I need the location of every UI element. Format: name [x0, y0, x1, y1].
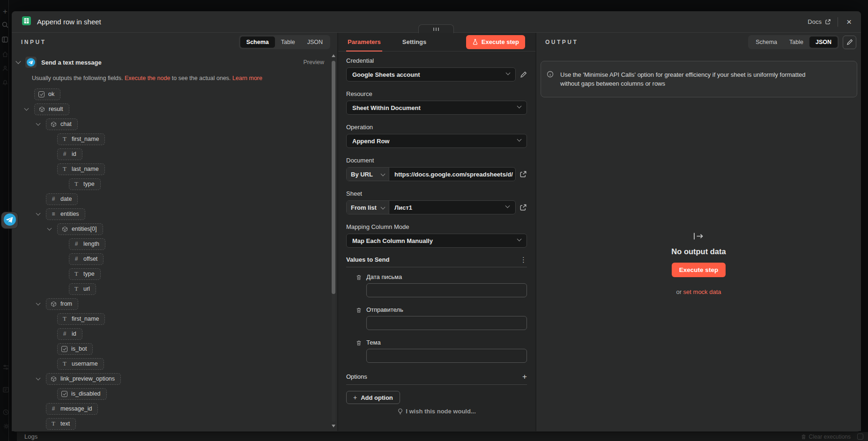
schema-field: Ttype: [12, 266, 337, 281]
section-divider: [346, 384, 527, 385]
edit-output-button[interactable]: [843, 36, 856, 49]
tab-parameters[interactable]: Parameters: [346, 33, 382, 51]
credential-label: Credential: [346, 57, 527, 64]
source-node-label: Send a text message: [41, 59, 102, 66]
tab-schema[interactable]: Schema: [749, 37, 783, 48]
chevron-down-icon: [517, 104, 522, 109]
schema-pill-ok[interactable]: ok: [34, 88, 60, 100]
value-input[interactable]: [366, 316, 527, 330]
search-icon[interactable]: [2, 22, 8, 28]
bell-icon[interactable]: [2, 80, 8, 85]
schema-field: chat: [12, 117, 337, 132]
flask-icon: [472, 39, 478, 45]
resource-select[interactable]: Sheet Within Document: [346, 101, 527, 115]
schema-tree: ok result chat Tfirst_name #id Tlast_nam…: [12, 87, 337, 431]
scroll-down-arrow[interactable]: [332, 425, 335, 427]
tab-table[interactable]: Table: [275, 37, 301, 48]
collapse-toggle[interactable]: [48, 228, 57, 230]
edit-credential-button[interactable]: [520, 71, 527, 78]
credential-select[interactable]: Google Sheets account: [346, 67, 516, 81]
panel-drag-handle[interactable]: [418, 24, 454, 33]
schema-field: Tlast_name: [12, 162, 337, 176]
close-icon[interactable]: ×: [845, 16, 853, 27]
mapping-mode-select[interactable]: Map Each Column Manually: [346, 234, 527, 248]
add-node-icon[interactable]: +: [3, 7, 7, 15]
collapse-toggle[interactable]: [25, 109, 34, 110]
collapse-toggle[interactable]: [37, 303, 46, 305]
users-icon[interactable]: [2, 66, 8, 71]
schema-field: ok: [12, 87, 337, 102]
scrollbar-thumb[interactable]: [332, 61, 335, 294]
source-node-row[interactable]: Send a text message Preview: [16, 56, 324, 68]
document-url-input[interactable]: https://docs.google.com/spreadsheets/d/: [389, 168, 515, 181]
schema-pill-result[interactable]: result: [34, 103, 69, 115]
logs-label: Logs: [24, 433, 37, 440]
value-label: Тема: [366, 339, 527, 346]
output-arrow-icon: [693, 232, 704, 242]
external-link-icon: [519, 170, 527, 178]
trash-icon: [356, 274, 362, 280]
schema-field: Tusername: [12, 356, 337, 371]
input-scrollbar[interactable]: [331, 54, 336, 427]
open-document-button[interactable]: [519, 170, 527, 178]
string-type-icon: T: [61, 360, 68, 368]
docs-link[interactable]: Docs: [808, 18, 831, 25]
resource-label: Resource: [346, 90, 527, 97]
schema-field: result: [12, 102, 337, 117]
delete-value-button[interactable]: [356, 274, 362, 282]
kebab-menu-icon[interactable]: ⋮: [520, 256, 527, 263]
schema-field: link_preview_options: [12, 371, 337, 386]
output-view-tabs: Schema Table JSON: [748, 35, 839, 49]
schema-pill-chat[interactable]: chat: [46, 118, 78, 130]
tab-json[interactable]: JSON: [809, 37, 838, 48]
sheet-select[interactable]: Лист1: [389, 201, 515, 214]
tab-table[interactable]: Table: [783, 37, 809, 48]
schema-field: ≡entities: [12, 206, 337, 221]
tab-schema[interactable]: Schema: [240, 37, 275, 48]
scroll-up-arrow[interactable]: [332, 54, 335, 57]
delete-value-button[interactable]: [356, 339, 362, 348]
schema-field: Turl: [12, 281, 337, 296]
wish-node-link[interactable]: I wish this node would...: [338, 408, 535, 415]
schema-field: #length: [12, 236, 337, 251]
chevron-down-icon: [381, 171, 386, 176]
document-mode-select[interactable]: By URL: [347, 168, 389, 181]
operation-select[interactable]: Append Row: [346, 134, 527, 148]
boolean-type-icon: [61, 346, 67, 352]
execute-step-button[interactable]: Execute step: [466, 35, 525, 49]
add-option-button[interactable]: + Add option: [346, 391, 400, 404]
home-icon[interactable]: [2, 51, 8, 57]
chevron-down-icon: [381, 205, 386, 209]
learn-more-link[interactable]: Learn more: [232, 75, 262, 81]
preview-label: Preview: [304, 59, 324, 66]
collapse-toggle[interactable]: [37, 378, 46, 380]
open-sheet-button[interactable]: [519, 204, 527, 211]
schema-field: Ttext: [12, 416, 337, 431]
set-mock-data-link[interactable]: set mock data: [683, 288, 721, 295]
value-input[interactable]: [366, 349, 527, 363]
execute-node-link[interactable]: Execute the node: [125, 75, 170, 81]
list-icon[interactable]: [3, 387, 9, 393]
tab-json[interactable]: JSON: [301, 37, 329, 48]
schema-field: from: [12, 296, 337, 311]
node-title: Append row in sheet: [37, 18, 101, 26]
value-input[interactable]: [366, 283, 527, 297]
chevron-down-icon[interactable]: [15, 59, 21, 64]
clock-icon[interactable]: [3, 409, 9, 415]
number-type-icon: #: [50, 405, 57, 412]
number-type-icon: #: [50, 196, 57, 202]
options-add-icon[interactable]: +: [522, 373, 527, 381]
delete-value-button[interactable]: [356, 307, 362, 315]
sheet-mode-select[interactable]: From list: [347, 201, 389, 214]
tab-settings[interactable]: Settings: [401, 33, 428, 51]
panel-toggle-icon[interactable]: [2, 37, 8, 43]
collapse-toggle[interactable]: [37, 213, 46, 215]
object-type-icon: [61, 226, 68, 232]
sliders-icon[interactable]: [3, 364, 9, 370]
schema-field: #offset: [12, 251, 337, 266]
telegram-node-stub[interactable]: [1, 212, 18, 229]
gear-icon[interactable]: [3, 423, 9, 429]
trash-icon: [356, 307, 362, 313]
collapse-toggle[interactable]: [37, 124, 46, 125]
execute-step-button[interactable]: Execute step: [672, 263, 726, 277]
